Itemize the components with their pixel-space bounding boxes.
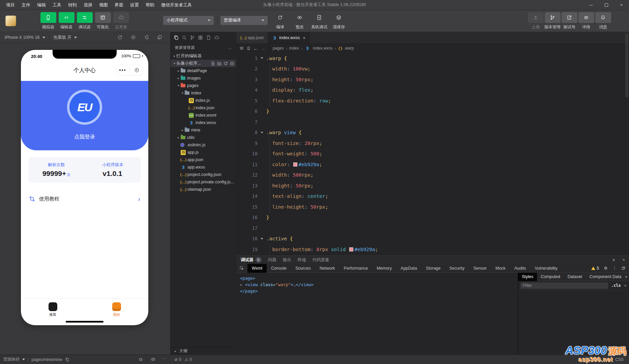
editor-tab-index.wxss[interactable]: Ǝindex.wxss× <box>268 32 310 43</box>
toolbar-button-版本管理[interactable]: 版本管理 <box>544 12 561 30</box>
tree-item-4[interactable]: ▾pages <box>171 82 236 89</box>
wxml-line[interactable]: ▸ <view class="warp">…</view> <box>240 281 518 288</box>
code-editor[interactable]: 1.warp {2 width: 100vw;3 height: 50rpx;4… <box>237 53 629 255</box>
login-button[interactable]: 点我登录 <box>21 133 148 141</box>
problems-summary[interactable]: ⊘0 ⚠0 <box>174 355 192 364</box>
eye-icon[interactable] <box>150 357 156 362</box>
collapse-all-icon[interactable] <box>230 61 234 66</box>
fold-icon[interactable] <box>258 238 266 240</box>
debugger-tab-问题[interactable]: 问题 <box>268 257 276 263</box>
mode-select[interactable]: 小程序模式 <box>163 16 214 25</box>
menu-item-7[interactable]: 界面 <box>111 0 127 10</box>
toolbar-button-编译[interactable]: 编译 <box>270 12 290 30</box>
files-icon[interactable] <box>174 35 179 40</box>
breadcrumb-item-index.wxss[interactable]: Ǝindex.wxss <box>304 46 333 51</box>
tree-item-6[interactable]: JSindex.js <box>171 97 236 104</box>
menu-item-0[interactable]: 项目 <box>3 0 18 10</box>
devtools-tab-Sources[interactable]: Sources <box>291 264 315 273</box>
add-style-icon[interactable]: + <box>624 283 627 288</box>
debugger-tab-调试器[interactable]: 调试器5 <box>241 257 262 263</box>
devtools-tab-Network[interactable]: Network <box>315 264 339 273</box>
menu-item-9[interactable]: 帮助 <box>142 0 158 10</box>
menu-item-8[interactable]: 设置 <box>127 0 142 10</box>
copy-path-icon[interactable] <box>65 357 69 362</box>
bookmark-icon[interactable] <box>246 46 251 51</box>
more-button[interactable] <box>115 69 129 71</box>
menu-item-10[interactable]: 微信开发者工具 <box>158 0 195 10</box>
menu-item-3[interactable]: 工具 <box>49 0 65 10</box>
user-avatar[interactable] <box>5 16 16 26</box>
toolbar-button-详情[interactable]: 详情 <box>578 12 595 30</box>
source-control-icon[interactable] <box>190 35 195 40</box>
devtools-tab-Sensor[interactable]: Sensor <box>469 264 491 273</box>
forward-icon[interactable]: → <box>261 46 266 51</box>
wxml-line[interactable]: <page> <box>240 275 518 281</box>
debugger-tab-输出[interactable]: 输出 <box>283 257 291 263</box>
tree-item-10[interactable]: ▸mine <box>171 126 236 134</box>
tree-item-5[interactable]: ▾index <box>171 89 236 97</box>
devtools-tab-Security[interactable]: Security <box>445 264 469 273</box>
tab-mine[interactable]: 我的 <box>85 299 148 321</box>
menu-item-6[interactable]: 视图 <box>96 0 111 10</box>
toolbar-button-上传[interactable]: 上传 <box>527 12 544 30</box>
tree-item-18[interactable]: {..}sitemap.json <box>171 186 236 193</box>
devtools-tab-Wxml[interactable]: Wxml <box>247 264 267 273</box>
tree-item-9[interactable]: Ǝindex.wxss <box>171 119 236 126</box>
styles-tab-Dataset[interactable]: Dataset <box>564 273 586 281</box>
styles-tab-Computed[interactable]: Computed <box>537 273 564 281</box>
breadcrumb-item-index[interactable]: index <box>289 46 299 51</box>
language-mode[interactable]: CSS <box>615 357 624 362</box>
menu-item-5[interactable]: 选择 <box>80 0 96 10</box>
undock-icon[interactable] <box>621 266 626 270</box>
tree-item-1[interactable]: ▾头像小程序... <box>171 60 236 67</box>
minimize-button[interactable]: ─ <box>583 0 599 10</box>
more-icon[interactable]: … <box>228 46 232 50</box>
debugger-tab-代码质量[interactable]: 代码质量 <box>312 257 329 263</box>
refresh-icon[interactable] <box>223 61 228 66</box>
inspect-element-icon[interactable] <box>237 266 247 271</box>
filter-input[interactable]: Filter <box>520 282 608 289</box>
devtools-tab-AppData[interactable]: AppData <box>396 264 422 273</box>
bug-icon[interactable] <box>138 357 143 362</box>
devtools-tab-Memory[interactable]: Memory <box>372 264 396 273</box>
devtools-tab-Vulnerability[interactable]: Vulnerability <box>530 264 562 273</box>
path-mode-selector[interactable]: 页面路径 <box>3 357 25 362</box>
outline-list-icon[interactable] <box>239 46 244 51</box>
toolbar-button-可视化[interactable]: 可视化 <box>94 12 112 30</box>
wxml-line[interactable]: </page> <box>240 288 518 294</box>
devtools-tab-Audits[interactable]: Audits <box>510 264 531 273</box>
breadcrumb-item-.warp[interactable]: {}.warp <box>338 46 354 51</box>
editor-tab-app.json[interactable]: {..}app.json <box>237 32 268 43</box>
tree-item-0[interactable]: ▸打开的编辑器 <box>171 52 236 60</box>
devtools-tab-Performance[interactable]: Performance <box>339 264 372 273</box>
back-icon[interactable]: ← <box>253 46 258 51</box>
toolbar-button-调试器[interactable]: 调试器 <box>76 12 94 30</box>
app-logo[interactable]: EU <box>67 90 102 125</box>
sim-rotate-icon[interactable] <box>144 35 149 40</box>
collapse-panel-icon[interactable]: ∧ <box>612 257 615 262</box>
editor-scrollbar[interactable] <box>625 33 628 97</box>
menu-item-2[interactable]: 编辑 <box>34 0 49 10</box>
maximize-button[interactable] <box>599 0 614 10</box>
tree-item-14[interactable]: {..}app.json <box>171 156 236 163</box>
hot-reload-toggle[interactable]: 热重载 开 <box>54 35 77 40</box>
tree-item-15[interactable]: Ǝapp.wxss <box>171 163 236 171</box>
sim-record-icon[interactable] <box>131 35 136 40</box>
tab-recommend[interactable]: 推荐 <box>21 299 85 321</box>
outline-section[interactable]: ▸ 大纲 <box>171 347 236 355</box>
close-tab-icon[interactable]: × <box>303 35 305 40</box>
tree-item-17[interactable]: {..}project.private.config.js... <box>171 178 236 186</box>
file-icon[interactable] <box>206 35 211 40</box>
debugger-tab-终端[interactable]: 终端 <box>298 257 306 263</box>
close-miniprogram-button[interactable] <box>130 68 144 72</box>
fold-icon[interactable] <box>258 57 266 59</box>
toolbar-button-编辑器[interactable]: 编辑器 <box>57 12 76 30</box>
devtools-tab-Mock[interactable]: Mock <box>491 264 510 273</box>
close-button[interactable]: × <box>614 0 629 10</box>
styles-tab-Styles[interactable]: Styles <box>518 273 537 281</box>
ellipsis-icon[interactable]: … <box>162 355 167 360</box>
toolbar-button-测试号[interactable]: 测试号 <box>561 12 578 30</box>
menu-item-4[interactable]: 转到 <box>65 0 80 10</box>
tree-item-12[interactable]: .eslintrc.js <box>171 141 236 149</box>
more-tabs-icon[interactable]: » <box>625 274 627 279</box>
